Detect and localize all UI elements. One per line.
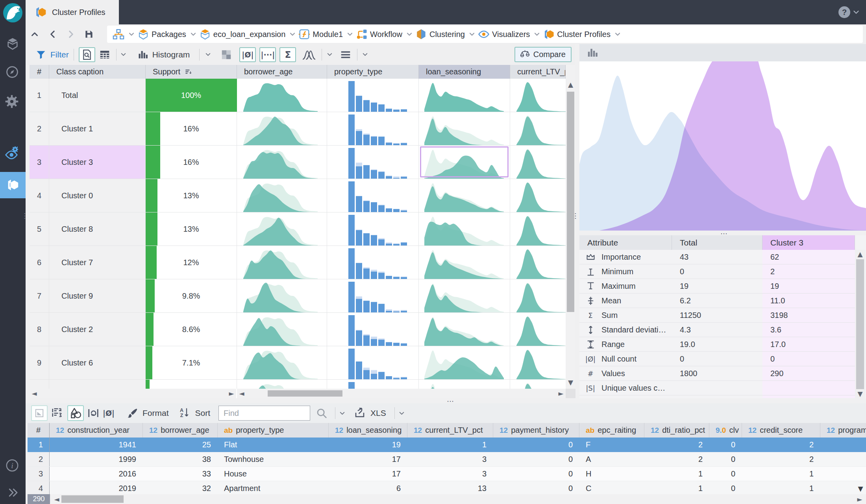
histogram-loan-seasoning[interactable] xyxy=(419,112,510,145)
histogram-property-type[interactable] xyxy=(327,246,419,279)
class-caption[interactable]: Cluster 5 xyxy=(49,380,146,389)
support-cell[interactable]: 100% xyxy=(146,79,237,112)
support-cell[interactable]: 8.6% xyxy=(146,313,237,346)
histogram-property-type[interactable] xyxy=(327,313,419,346)
attr-row-null-count[interactable]: |Ø|Null count00 xyxy=(579,352,855,366)
find-input[interactable]: Find xyxy=(218,406,310,421)
support-cell[interactable]: 4.4% xyxy=(146,380,237,389)
histogram-loan-seasoning[interactable] xyxy=(419,346,510,379)
left-splitter-handle[interactable]: ⋯ xyxy=(25,212,29,220)
histogram-dropdown-chevron-icon[interactable] xyxy=(204,51,212,58)
col-header-class-caption[interactable]: Class caption xyxy=(49,65,146,79)
attr-row-mean[interactable]: Mean6.211.0 xyxy=(579,294,855,308)
histogram-current-ltv[interactable] xyxy=(510,313,566,346)
breadcrumb-item-visualizers[interactable]: Visualizers xyxy=(478,28,542,40)
histogram-loan-seasoning[interactable] xyxy=(419,313,510,346)
attr-row-maximum[interactable]: Maximum1919 xyxy=(579,279,855,294)
detail-histogram-icon[interactable] xyxy=(587,47,598,59)
cluster-row-cluster-9[interactable]: 7Cluster 99.8% xyxy=(30,279,566,313)
col-header-support[interactable]: Support xyxy=(146,65,237,79)
row-number[interactable]: 8 xyxy=(30,313,49,346)
histogram-property-type[interactable] xyxy=(327,79,419,112)
attr-col-header-cluster[interactable]: Cluster 3 xyxy=(762,235,855,250)
cluster-row-cluster-0[interactable]: 4Cluster 013% xyxy=(30,179,566,212)
scroll-left-icon[interactable]: ◄ xyxy=(239,390,245,397)
data-col-header-borrower_age[interactable]: 12borrower_age xyxy=(143,423,218,438)
row-number[interactable]: 5 xyxy=(30,212,49,246)
help-chevron-icon[interactable] xyxy=(852,8,860,17)
nav-forward-button[interactable] xyxy=(62,24,80,44)
data-col-header-payment_history[interactable]: 12payment_history xyxy=(493,423,579,438)
data-row-1[interactable]: 1194125Flat1910F202 xyxy=(28,438,866,452)
data-col-header-credit_score[interactable]: 12credit_score xyxy=(742,423,820,438)
data-col-header-clv[interactable]: 9.0clv xyxy=(709,423,742,438)
table-view-button[interactable] xyxy=(99,49,111,61)
data-col-header-num[interactable]: # xyxy=(28,423,50,438)
histogram-current-ltv[interactable] xyxy=(510,246,566,279)
breadcrumb-chevron-icon[interactable] xyxy=(346,30,354,38)
support-cell[interactable]: 13% xyxy=(146,212,237,246)
show-nulls-button[interactable]: |Ø| xyxy=(103,409,115,417)
help-icon[interactable]: ? xyxy=(838,6,850,18)
support-cell[interactable]: 12% xyxy=(146,246,237,279)
distribution-button[interactable] xyxy=(302,48,316,61)
row-numbering-button[interactable] xyxy=(51,407,64,419)
histogram-property-type[interactable] xyxy=(327,212,419,246)
col-header-borrower-age[interactable]: borrower_age xyxy=(237,65,327,79)
attr-row-minimum[interactable]: Minimum02 xyxy=(579,264,855,279)
histogram-loan-seasoning[interactable] xyxy=(419,79,510,112)
breadcrumb-chevron-icon[interactable] xyxy=(533,30,541,38)
sidebar-expand-button[interactable] xyxy=(0,481,26,503)
breadcrumb-item-cluster-profiles[interactable]: Cluster Profiles xyxy=(543,28,623,40)
data-col-header-current_LTV_pct[interactable]: 12current_LTV_pct xyxy=(407,423,493,438)
histogram-current-ltv[interactable] xyxy=(510,380,566,389)
data-row-3[interactable]: 3201633House1730H101 xyxy=(28,467,866,481)
data-col-header-construction_year[interactable]: 12construction_year xyxy=(50,423,143,438)
tab-cluster-profiles[interactable]: Cluster Profiles xyxy=(26,0,119,24)
histogram-borrower-age[interactable] xyxy=(237,79,327,112)
histogram-borrower-age[interactable] xyxy=(237,112,327,145)
breadcrumb-chevron-icon[interactable] xyxy=(189,30,197,38)
search-dropdown-chevron-icon[interactable] xyxy=(339,410,346,417)
breadcrumb-chevron-icon[interactable] xyxy=(468,30,476,38)
sidebar-item-info[interactable]: i xyxy=(0,455,26,477)
class-caption[interactable]: Cluster 0 xyxy=(49,179,146,212)
histogram-loan-seasoning[interactable] xyxy=(419,279,510,312)
data-col-header-epc_raiting[interactable]: abepc_raiting xyxy=(579,423,644,438)
export-xls-button[interactable]: XLS xyxy=(354,407,386,419)
sidebar-item-visualizers[interactable] xyxy=(0,144,26,166)
breadcrumb-item-module1[interactable]: Module1 xyxy=(298,28,355,40)
scroll-right-icon[interactable]: ► xyxy=(558,390,564,397)
histogram-property-type[interactable] xyxy=(327,179,419,212)
nav-back-button[interactable] xyxy=(44,24,62,44)
preview-button[interactable] xyxy=(79,47,95,62)
attr-row-unique-values-c-[interactable]: |S|Unique values c… xyxy=(579,381,855,395)
row-number[interactable]: 4 xyxy=(30,179,49,212)
interval-toggle[interactable]: |···| xyxy=(259,47,276,62)
detect-types-button[interactable] xyxy=(67,405,84,421)
data-col-header-dti_ratio_pct[interactable]: 12dti_ratio_pct xyxy=(644,423,709,438)
support-cell[interactable]: 13% xyxy=(146,179,237,212)
cluster-row-cluster-8[interactable]: 5Cluster 813% xyxy=(30,212,566,246)
histogram-borrower-age[interactable] xyxy=(237,279,327,312)
support-cell[interactable]: 16% xyxy=(146,146,237,179)
attr-table-vscroll-thumb[interactable] xyxy=(856,259,864,389)
histogram-borrower-age[interactable] xyxy=(237,380,327,389)
sort-button[interactable]: AZ Sort xyxy=(179,407,211,419)
cluster-row-cluster-5[interactable]: 10Cluster 54.4% xyxy=(30,380,566,389)
col-header-loan-seasoning[interactable]: loan_seasoning xyxy=(419,65,510,79)
sum-toggle[interactable]: Σ xyxy=(279,47,296,62)
histogram-property-type[interactable] xyxy=(327,279,419,312)
scroll-left-icon[interactable]: ◄ xyxy=(31,390,37,397)
cluster-row-cluster-3[interactable]: 3Cluster 316% xyxy=(30,146,566,179)
class-caption[interactable]: Cluster 7 xyxy=(49,246,146,279)
heatmap-button[interactable] xyxy=(220,49,232,61)
col-header-property-type[interactable]: property_type xyxy=(327,65,419,79)
histogram-mode-button[interactable]: Histogram xyxy=(137,49,190,60)
cluster-row-cluster-2[interactable]: 8Cluster 28.6% xyxy=(30,313,566,346)
data-grid-scroll-down-icon[interactable]: ▼ xyxy=(857,485,864,493)
scroll-left-icon[interactable]: ◄ xyxy=(54,495,60,503)
row-number[interactable]: 3 xyxy=(30,146,49,179)
attr-table-vertical-scrollbar[interactable]: ▲ ▼ xyxy=(855,250,865,398)
stats-dropdown-chevron-icon[interactable] xyxy=(326,51,333,58)
